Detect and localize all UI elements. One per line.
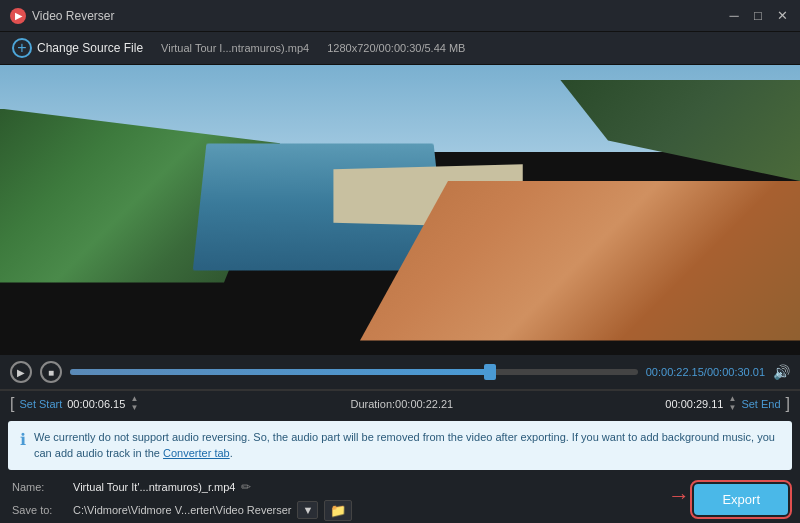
start-time-stepper[interactable]: ▲ ▼ <box>130 395 138 413</box>
file-meta: 1280x720/00:00:30/5.44 MB <box>327 42 465 54</box>
name-label: Name: <box>12 481 67 493</box>
time-display: 00:00:22.15/00:00:30.01 <box>646 366 765 378</box>
save-path: C:\Vidmore\Vidmore V...erter\Video Rever… <box>73 504 291 516</box>
toolbar: + Change Source File Virtual Tour I...nt… <box>0 32 800 65</box>
bottom-bar: → Export <box>772 507 800 523</box>
output-filename: Virtual Tour It'...ntramuros)_r.mp4 <box>73 481 235 493</box>
app-title: Video Reverser <box>32 9 115 23</box>
export-arrow-icon: → <box>668 483 690 509</box>
set-start-button[interactable]: Set Start <box>19 398 62 410</box>
start-time: 00:00:06.15 <box>67 398 125 410</box>
title-bar-left: ▶ Video Reverser <box>10 8 115 24</box>
plus-icon: + <box>12 38 32 58</box>
app-icon: ▶ <box>10 8 26 24</box>
title-bar: ▶ Video Reverser ─ □ ✕ <box>0 0 800 32</box>
video-preview <box>0 65 800 355</box>
progress-thumb[interactable] <box>484 364 496 380</box>
info-message: We currently do not support audio revers… <box>34 429 780 462</box>
file-name: Virtual Tour I...ntramuros).mp4 <box>161 42 309 54</box>
set-end-button[interactable]: Set End <box>741 398 780 410</box>
change-source-button[interactable]: + Change Source File <box>12 38 143 58</box>
duration-display: Duration:00:00:22.21 <box>143 398 660 410</box>
export-button[interactable]: Export <box>694 484 788 515</box>
play-button[interactable]: ▶ <box>10 361 32 383</box>
end-time-stepper[interactable]: ▲ ▼ <box>728 395 736 413</box>
info-icon: ℹ <box>20 430 26 449</box>
converter-tab-link[interactable]: Converter tab <box>163 447 230 459</box>
end-time: 00:00:29.11 <box>665 398 723 410</box>
maximize-button[interactable]: □ <box>750 8 766 24</box>
save-label: Save to: <box>12 504 67 516</box>
volume-icon[interactable]: 🔊 <box>773 364 790 380</box>
close-button[interactable]: ✕ <box>774 8 790 24</box>
playback-controls: ▶ ■ 00:00:22.15/00:00:30.01 🔊 <box>0 355 800 389</box>
progress-filled <box>70 369 490 375</box>
end-bracket-icon: ] <box>786 396 790 412</box>
trim-controls: [ Set Start 00:00:06.15 ▲ ▼ Duration:00:… <box>0 390 800 417</box>
edit-name-icon[interactable]: ✏ <box>241 480 251 494</box>
stop-button[interactable]: ■ <box>40 361 62 383</box>
progress-bar[interactable] <box>70 369 638 375</box>
start-bracket-icon: [ <box>10 396 14 412</box>
change-source-label: Change Source File <box>37 41 143 55</box>
info-banner: ℹ We currently do not support audio reve… <box>8 421 792 470</box>
open-folder-button[interactable]: 📁 <box>324 500 352 521</box>
minimize-button[interactable]: ─ <box>726 8 742 24</box>
video-scene <box>0 65 800 355</box>
save-dropdown[interactable]: ▼ <box>297 501 318 519</box>
dropdown-arrow-icon: ▼ <box>302 504 313 516</box>
window-controls: ─ □ ✕ <box>726 8 790 24</box>
